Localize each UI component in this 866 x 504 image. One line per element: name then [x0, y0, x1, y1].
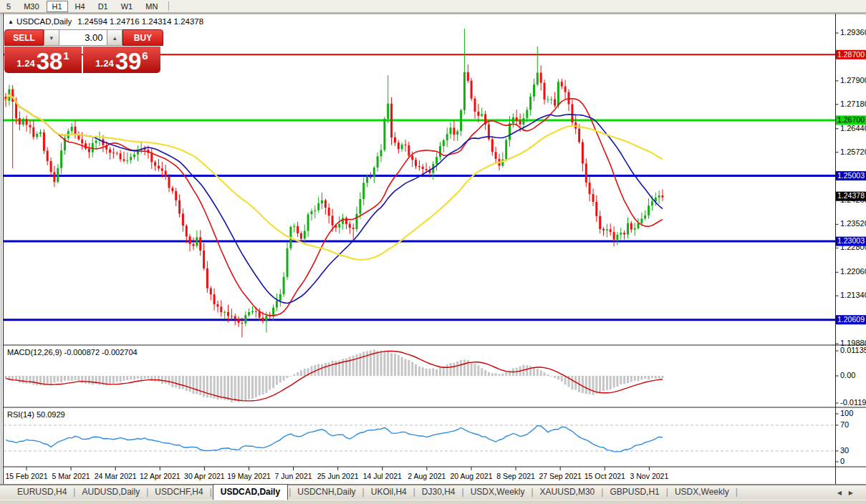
svg-text:7 Jun 2021: 7 Jun 2021	[275, 472, 312, 480]
chart-tab-usdx-weekly-7[interactable]: USDX,Weekly	[465, 485, 531, 500]
svg-text:1.22060: 1.22060	[840, 267, 866, 276]
chart-title: ▲USDCAD,Daily1.24594 1.24716 1.24314 1.2…	[8, 17, 203, 26]
chevron-down-icon: ▾	[50, 34, 54, 42]
chart-tab-usdcad-daily-3[interactable]: USDCAD,Daily	[213, 484, 288, 500]
buy-button[interactable]: BUY	[122, 29, 163, 46]
tab-scroll-arrows: ◀▶	[837, 490, 860, 496]
svg-text:12 Apr 2021: 12 Apr 2021	[140, 472, 181, 480]
svg-text:30: 30	[840, 446, 849, 455]
rsi-label: RSI(14) 50.0929	[7, 410, 65, 419]
svg-text:1.26440: 1.26440	[840, 124, 866, 132]
macd-label: MACD(12,26,9) -0.000872 -0.002704	[7, 348, 138, 357]
svg-text:1.24378: 1.24378	[837, 191, 865, 200]
timeframe-button-w1[interactable]: W1	[115, 1, 139, 12]
chart-symbol-label: USDCAD,Daily	[16, 17, 72, 26]
svg-text:14 Jul 2021: 14 Jul 2021	[363, 472, 402, 480]
chevron-up-icon: ▴	[113, 34, 117, 42]
chart-tab-ukoil-h4-5[interactable]: UKOil,H4	[365, 485, 413, 500]
svg-text:1.28700: 1.28700	[837, 50, 865, 59]
svg-text:1.25720: 1.25720	[840, 147, 866, 156]
chart-tab-xauusd-m30-8[interactable]: XAUUSD,M30	[534, 485, 601, 500]
chart-tab-audusd-daily-1[interactable]: AUDUSD,Daily	[76, 485, 145, 500]
sell-price-big-digits: 38	[37, 52, 63, 72]
chart-ohlc-values: 1.24594 1.24716 1.24314 1.24378	[77, 17, 203, 26]
tab-separator: |	[735, 487, 738, 500]
svg-text:0: 0	[840, 457, 845, 465]
svg-text:1.29360: 1.29360	[840, 28, 866, 37]
sell-price-pip-digit: 1	[63, 49, 69, 62]
svg-text:25 Jun 2021: 25 Jun 2021	[317, 472, 359, 480]
svg-text:100: 100	[840, 409, 853, 417]
toolbar-separator	[168, 1, 169, 11]
svg-text:15 Feb 2021: 15 Feb 2021	[6, 472, 48, 480]
svg-text:1.27900: 1.27900	[840, 76, 866, 84]
svg-text:3 Nov 2021: 3 Nov 2021	[630, 472, 669, 480]
sell-button[interactable]: SELL	[4, 29, 44, 46]
timeframe-button-h1[interactable]: H1	[47, 1, 68, 12]
chart-canvas[interactable]: 1.293601.286401.279001.271801.264401.257…	[0, 13, 866, 485]
timeframe-toolbar: 5M30H1H4D1W1MN	[0, 0, 866, 13]
svg-text:30 Apr 2021: 30 Apr 2021	[184, 472, 225, 480]
chart-tab-dj30-h4-6[interactable]: DJ30,H4	[416, 485, 461, 500]
price-axis[interactable]: 1.293601.286401.279001.271801.264401.257…	[836, 28, 866, 347]
svg-text:70: 70	[840, 420, 849, 429]
one-click-trading-panel: SELL ▾ 3.00 ▴ BUY 1.24 38 1 1.24 39 6	[4, 29, 163, 73]
svg-text:1.20609: 1.20609	[837, 315, 865, 324]
indicator-axes[interactable]: 0.011350.00-0.01190410070300	[836, 346, 866, 465]
svg-text:8 Sep 2021: 8 Sep 2021	[496, 472, 535, 480]
svg-text:20 Aug 2021: 20 Aug 2021	[451, 472, 493, 480]
timeframe-button-m30[interactable]: M30	[18, 1, 44, 12]
svg-text:15 Oct 2021: 15 Oct 2021	[584, 472, 625, 480]
sell-price-prefix: 1.24	[16, 58, 34, 69]
buy-price-pip-digit: 6	[142, 49, 148, 62]
timeframe-button-mn[interactable]: MN	[140, 1, 163, 12]
volume-input[interactable]: 3.00	[59, 29, 107, 46]
svg-text:1.26700: 1.26700	[837, 115, 865, 124]
sell-price-display[interactable]: 1.24 38 1	[4, 47, 82, 73]
svg-text:2 Aug 2021: 2 Aug 2021	[408, 472, 446, 480]
rsi-panel-area[interactable]	[4, 409, 836, 466]
svg-text:24 Mar 2021: 24 Mar 2021	[95, 472, 137, 480]
svg-text:1.27180: 1.27180	[840, 100, 866, 108]
tab-scroll-left-icon[interactable]: ◀	[837, 490, 849, 496]
svg-text:-0.011904: -0.011904	[840, 398, 866, 407]
svg-text:19 May 2021: 19 May 2021	[227, 472, 271, 480]
svg-text:1.21340: 1.21340	[840, 291, 866, 299]
collapse-triangle-icon[interactable]: ▲	[8, 19, 14, 25]
timeframe-button-d1[interactable]: D1	[92, 1, 114, 12]
svg-text:27 Sep 2021: 27 Sep 2021	[539, 472, 582, 480]
volume-decrease-button[interactable]: ▾	[44, 29, 59, 46]
svg-text:1.23003: 1.23003	[837, 236, 865, 245]
chart-tab-gbpusd-h1-9[interactable]: GBPUSD,H1	[604, 485, 665, 500]
tab-scroll-right-icon[interactable]: ▶	[849, 490, 860, 496]
timeframe-button-h4[interactable]: H4	[69, 1, 91, 12]
date-axis[interactable]: 15 Feb 20215 Mar 202124 Mar 202112 Apr 2…	[6, 467, 669, 480]
timeframe-button-5[interactable]: 5	[1, 1, 16, 12]
chart-tab-usdcnh-daily-4[interactable]: USDCNH,Daily	[292, 485, 361, 500]
buy-price-display[interactable]: 1.24 39 6	[83, 47, 160, 73]
trading-terminal-window: 5M30H1H4D1W1MN 1.293601.286401.279001.27…	[0, 0, 866, 504]
volume-increase-button[interactable]: ▴	[107, 29, 122, 46]
symbol-tab-bar: EURUSD,H4|AUDUSD,Daily|USDCHF,H4|USDCAD,…	[0, 485, 866, 500]
svg-text:0.01135: 0.01135	[840, 346, 866, 354]
price-axis-badges: 1.287001.267001.250031.243781.230031.206…	[836, 50, 866, 325]
chart-tab-usdx-weekly-10[interactable]: USDX,Weekly	[669, 485, 735, 500]
svg-text:1.25003: 1.25003	[837, 171, 865, 180]
chart-tab-usdchf-h4-2[interactable]: USDCHF,H4	[149, 485, 208, 500]
buy-price-big-digits: 39	[115, 52, 142, 72]
svg-text:0.00: 0.00	[840, 371, 855, 379]
chart-tab-eurusd-h4-0[interactable]: EURUSD,H4	[11, 485, 72, 500]
svg-text:1.23520: 1.23520	[840, 219, 866, 228]
status-bar	[0, 500, 866, 504]
buy-price-prefix: 1.24	[95, 58, 113, 69]
svg-text:5 Mar 2021: 5 Mar 2021	[52, 472, 90, 480]
